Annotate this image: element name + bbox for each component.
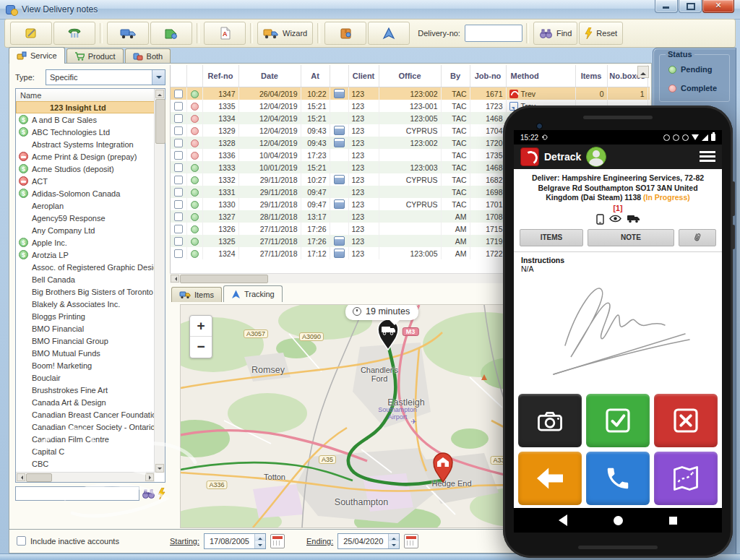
maximize-button[interactable] xyxy=(679,0,702,13)
scroll-left-icon[interactable] xyxy=(17,473,25,481)
row-checkbox[interactable] xyxy=(174,90,183,98)
account-list-item[interactable]: Agency59 Response xyxy=(16,212,155,224)
table-scroll-up-icon[interactable] xyxy=(637,66,649,78)
account-list-item[interactable]: BMO Mutual Funds xyxy=(16,347,155,359)
title-bar[interactable]: View Delivery notes ✕ xyxy=(0,0,740,20)
complete-button[interactable] xyxy=(586,394,650,447)
tab-items[interactable]: Items xyxy=(171,287,222,302)
include-inactive-row[interactable]: Include inactive accounts xyxy=(17,536,119,546)
header-client[interactable]: Client xyxy=(348,65,379,87)
row-checkbox[interactable] xyxy=(174,225,183,233)
account-list-item[interactable]: Boom! Marketing xyxy=(16,359,155,371)
header-office[interactable]: Office xyxy=(379,65,441,87)
header-date[interactable]: Date xyxy=(238,65,301,87)
scroll-thumb[interactable] xyxy=(180,275,268,283)
scroll-thumb[interactable] xyxy=(155,99,165,144)
minimize-button[interactable] xyxy=(655,0,678,13)
scroll-up-icon[interactable] xyxy=(155,90,164,98)
include-inactive-checkbox[interactable] xyxy=(17,536,26,546)
account-list-item[interactable]: Adidas-Solomon Canada xyxy=(16,187,155,199)
account-search-input[interactable] xyxy=(15,486,139,501)
account-list-item[interactable]: Acme Print & Design (prepay) xyxy=(16,150,155,163)
header-jobno[interactable]: Job-no xyxy=(470,65,506,87)
camera-button[interactable] xyxy=(518,394,582,447)
pending-radio-icon[interactable] xyxy=(668,66,676,74)
row-checkbox[interactable] xyxy=(174,126,183,135)
close-button[interactable]: ✕ xyxy=(702,0,734,13)
account-list-item[interactable]: Bloggs Printing xyxy=(16,310,155,322)
date-spinner[interactable] xyxy=(254,534,265,548)
destination-pin[interactable] xyxy=(431,452,455,483)
account-list-item[interactable]: BMO Financial xyxy=(16,322,155,335)
date-spinner[interactable] xyxy=(388,534,399,548)
account-list-item[interactable]: A and B Car Sales xyxy=(16,113,155,126)
account-list-item[interactable]: Canadian Film Centre xyxy=(16,433,155,445)
android-recent-icon[interactable] xyxy=(669,517,677,525)
navigation-button[interactable] xyxy=(368,22,410,45)
header-at[interactable]: At xyxy=(301,65,330,87)
row-checkbox[interactable] xyxy=(174,139,183,147)
account-list-item[interactable]: Big Brothers Big Sisters of Toronto xyxy=(16,285,155,298)
account-list-item[interactable]: BMO Financial Group xyxy=(16,335,155,347)
call-button[interactable] xyxy=(586,452,650,505)
account-list-item[interactable]: ACT xyxy=(16,175,155,187)
accounts-vertical-scrollbar[interactable] xyxy=(154,89,165,473)
phone-button[interactable] xyxy=(53,22,95,45)
account-list-item[interactable]: Abstract Systems Integration xyxy=(16,138,155,150)
parcel-button[interactable] xyxy=(324,22,366,45)
note-button[interactable]: NOTE xyxy=(588,229,674,246)
account-list-item[interactable]: Bouclair xyxy=(16,371,155,384)
ending-date-input[interactable]: 25/04/2020 xyxy=(337,533,400,549)
scroll-thumb[interactable] xyxy=(26,473,52,482)
signature[interactable] xyxy=(520,273,715,389)
scroll-down-icon[interactable] xyxy=(155,464,164,473)
back-button[interactable] xyxy=(518,452,582,505)
tag-button[interactable] xyxy=(150,22,192,45)
header-status[interactable] xyxy=(186,65,202,87)
account-list-item[interactable]: Blakely & Associates Inc. xyxy=(16,298,155,310)
starting-date-input[interactable]: 17/08/2005 xyxy=(204,533,266,549)
tab-product[interactable]: Product xyxy=(66,48,124,64)
row-checkbox[interactable] xyxy=(174,102,183,111)
note-button[interactable] xyxy=(10,22,52,45)
lightning-icon[interactable] xyxy=(158,488,165,499)
account-list-item[interactable]: Arotzia LP xyxy=(16,249,155,261)
scroll-right-icon[interactable] xyxy=(145,473,154,481)
account-list-item[interactable]: Canadian Breast Cancer Foundatio xyxy=(16,408,155,421)
account-list-item[interactable]: Apple Inc. xyxy=(16,236,155,249)
row-checkbox[interactable] xyxy=(174,151,183,160)
account-list-item[interactable]: Acme Studios (deposit) xyxy=(16,163,155,175)
scroll-left-icon[interactable] xyxy=(171,275,179,283)
android-home-icon[interactable] xyxy=(614,516,623,525)
driver-avatar[interactable] xyxy=(586,147,606,167)
row-checkbox[interactable] xyxy=(174,163,183,172)
account-list-item[interactable]: Brushstrokes Fine Art xyxy=(16,384,155,396)
reset-button[interactable]: Reset xyxy=(579,22,623,45)
tab-service[interactable]: Service xyxy=(9,47,65,64)
pdf-button[interactable]: A xyxy=(204,22,246,45)
header-print[interactable] xyxy=(330,65,348,87)
row-checkbox[interactable] xyxy=(174,212,183,221)
android-back-icon[interactable] xyxy=(559,514,567,526)
tab-both[interactable]: Both xyxy=(125,48,171,64)
row-checkbox[interactable] xyxy=(174,249,183,258)
tab-tracking[interactable]: Tracking xyxy=(223,285,283,302)
zoom-out-button[interactable]: − xyxy=(190,336,212,357)
account-list-item[interactable]: Canada Art & Design xyxy=(16,396,155,408)
delivery-no-input[interactable] xyxy=(465,25,522,42)
ending-calendar-button[interactable] xyxy=(404,534,418,548)
row-checkbox[interactable] xyxy=(174,200,183,209)
binoculars-icon[interactable] xyxy=(142,488,155,499)
header-items[interactable]: Items xyxy=(575,65,607,87)
status-option-complete[interactable]: Complete xyxy=(668,84,717,92)
type-select[interactable]: Specific xyxy=(46,69,165,85)
accounts-horizontal-scrollbar[interactable] xyxy=(16,472,155,482)
zoom-in-button[interactable]: + xyxy=(190,316,212,336)
header-by[interactable]: By xyxy=(441,65,470,87)
row-checkbox[interactable] xyxy=(174,114,183,123)
row-checkbox[interactable] xyxy=(174,237,183,246)
account-list-item[interactable]: Aeroplan xyxy=(16,199,155,212)
wizard-button[interactable]: Wizard xyxy=(257,22,313,45)
map-button[interactable] xyxy=(654,452,718,505)
status-option-pending[interactable]: Pending xyxy=(668,65,712,74)
